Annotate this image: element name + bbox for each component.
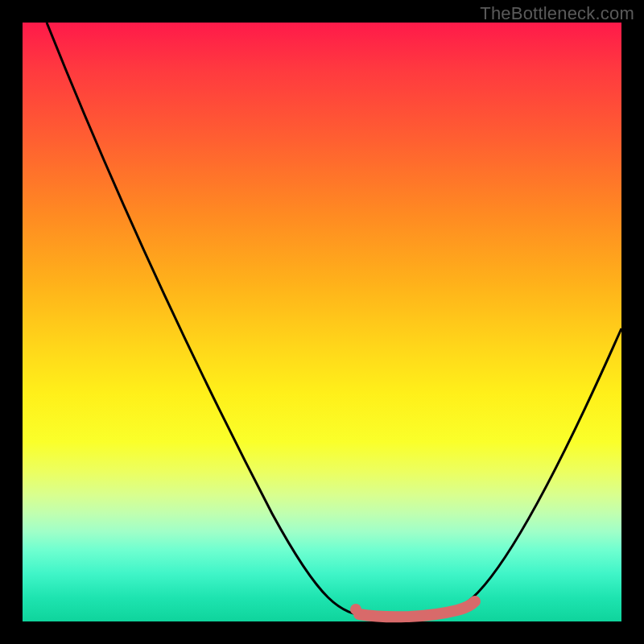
chart-plot-area bbox=[23, 23, 621, 621]
main-curve-path bbox=[47, 23, 621, 617]
highlight-segment-path bbox=[359, 601, 475, 617]
attribution-watermark: TheBottleneck.com bbox=[480, 3, 634, 24]
bottleneck-curve bbox=[23, 23, 621, 621]
highlight-dot bbox=[350, 604, 361, 615]
